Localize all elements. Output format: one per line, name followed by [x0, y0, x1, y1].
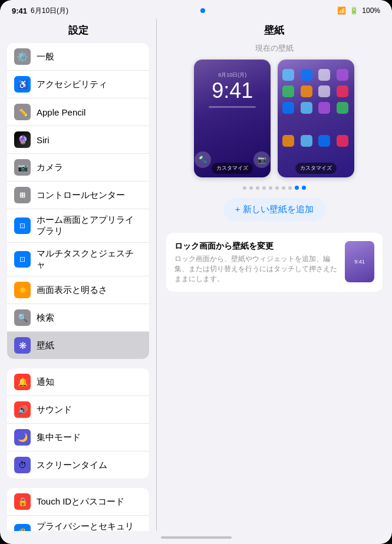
notifications-icon: 🔔 [14, 374, 31, 390]
sidebar-item-touch-id[interactable]: 🔒 Touch IDとパスコード [7, 488, 149, 516]
ipad-screen: 9:41 6月10日(月) 📶 🔋 100% 設定 ⚙️ 一般 ♿ [0, 0, 392, 544]
general-label: 一般 [37, 51, 142, 62]
app-grid-row3 [282, 102, 350, 114]
sidebar-title: 設定 [0, 19, 156, 43]
sidebar-item-search[interactable]: 🔍 検索 [7, 304, 149, 332]
main-layout: 設定 ⚙️ 一般 ♿ アクセシビリティ ✏️ Apple Pencil [0, 19, 392, 531]
sidebar-item-control-center[interactable]: ⊞ コントロールセンター [7, 182, 149, 209]
sidebar-item-accessibility[interactable]: ♿ アクセシビリティ [7, 71, 149, 98]
status-bar: 9:41 6月10日(月) 📶 🔋 100% [0, 0, 392, 19]
control-center-icon: ⊞ [14, 187, 31, 203]
app-icon-11 [318, 102, 330, 114]
camera-btn[interactable]: 📷 [253, 151, 270, 168]
wallpaper-icon: ❋ [14, 337, 31, 354]
general-icon: ⚙️ [14, 48, 31, 65]
right-panel: 壁紙 現在の壁紙 6月10日(月) 9:41 🔦 [157, 19, 393, 531]
settings-group-2: 🔔 通知 🔊 サウンド 🌙 集中モード ⏱ スクリーンタイム [7, 368, 149, 479]
status-icons: 📶 🔋 100% [337, 6, 380, 15]
search-label: 検索 [37, 312, 142, 324]
sidebar-item-notifications[interactable]: 🔔 通知 [7, 368, 149, 396]
dot-4 [269, 186, 272, 190]
accessibility-label: アクセシビリティ [37, 79, 142, 90]
sidebar-item-apple-pencil[interactable]: ✏️ Apple Pencil [7, 98, 149, 126]
siri-icon: 🔮 [14, 131, 31, 148]
focus-icon: 🌙 [14, 429, 31, 446]
sidebar-item-focus[interactable]: 🌙 集中モード [7, 424, 149, 451]
app-grid-row1 [282, 69, 350, 81]
app-icon-4 [337, 69, 348, 81]
info-title: ロック画面から壁紙を変更 [174, 241, 338, 252]
siri-label: Siri [37, 135, 142, 145]
notifications-label: 通知 [37, 377, 142, 388]
apple-pencil-icon: ✏️ [14, 104, 31, 120]
display-icon: ☀️ [14, 282, 31, 298]
home-screen-bg [278, 60, 354, 177]
dock-icon-3 [318, 135, 330, 147]
sidebar-item-wallpaper[interactable]: ❋ 壁紙 [7, 332, 149, 359]
camera-dot [200, 8, 205, 13]
privacy-icon: 🖐 [14, 524, 31, 531]
sidebar-item-screen-time[interactable]: ⏱ スクリーンタイム [7, 451, 149, 479]
dock-icon-4 [337, 135, 348, 147]
dot-6 [282, 186, 285, 190]
camera-settings-icon: 📷 [14, 159, 31, 176]
settings-group-3: 🔒 Touch IDとパスコード 🖐 プライバシーとセキュリティ [7, 488, 149, 531]
dot-0 [243, 186, 246, 190]
status-date: 6月10日(月) [31, 6, 68, 16]
touch-id-icon: 🔒 [14, 493, 31, 510]
home-bar [161, 536, 232, 539]
home-screen-icon: ⊡ [14, 217, 31, 234]
panel-title: 壁紙 [157, 19, 393, 43]
search-settings-icon: 🔍 [14, 309, 31, 326]
home-screen-label: ホーム画面とアプリライブラリ [37, 215, 142, 237]
panel-content[interactable]: 現在の壁紙 6月10日(月) 9:41 🔦 📷 [157, 43, 393, 531]
dot-3 [262, 186, 266, 190]
sidebar-item-multitask[interactable]: ⊡ マルチタスクとジェスチャ [7, 243, 149, 276]
sidebar-item-siri[interactable]: 🔮 Siri [7, 126, 149, 154]
info-description: ロック画面から、壁紙やウィジェットを追加、編集、または切り替えを行うにはタッチし… [174, 254, 338, 283]
current-wallpaper-label: 現在の壁紙 [166, 43, 383, 54]
sidebar-item-display[interactable]: ☀️ 画面表示と明るさ [7, 276, 149, 304]
sidebar-item-home-screen[interactable]: ⊡ ホーム画面とアプリライブラリ [7, 209, 149, 243]
info-thumbnail: 9:41 [345, 241, 374, 282]
camera-label: カメラ [37, 162, 142, 173]
dot-2 [256, 186, 259, 190]
battery-pct: 100% [362, 6, 380, 15]
lock-customize-btn[interactable]: カスタマイズ [212, 163, 253, 174]
lock-screen-bg: 6月10日(月) 9:41 🔦 📷 [194, 60, 271, 177]
status-time: 9:41 [12, 6, 27, 15]
sidebar-item-camera[interactable]: 📷 カメラ [7, 154, 149, 182]
sidebar-item-privacy[interactable]: 🖐 プライバシーとセキュリティ [7, 516, 149, 531]
dock-icon-2 [301, 135, 312, 147]
app-icon-2 [301, 69, 312, 81]
privacy-label: プライバシーとセキュリティ [37, 521, 142, 531]
flashlight-btn[interactable]: 🔦 [195, 151, 211, 168]
home-screen-preview[interactable]: カスタマイズ [278, 60, 354, 177]
battery-icon: 🔋 [350, 6, 358, 15]
dot-5 [275, 186, 279, 190]
app-icon-8 [337, 85, 348, 97]
sidebar-item-sounds[interactable]: 🔊 サウンド [7, 396, 149, 424]
dot-8 [295, 186, 299, 190]
control-center-label: コントロールセンター [37, 190, 142, 201]
screen-time-label: スクリーンタイム [37, 460, 142, 471]
home-customize-btn[interactable]: カスタマイズ [295, 163, 337, 174]
sidebar-item-general[interactable]: ⚙️ 一般 [7, 43, 149, 71]
lock-screen-preview[interactable]: 6月10日(月) 9:41 🔦 📷 カスタマイズ [194, 60, 271, 177]
focus-label: 集中モード [37, 432, 142, 443]
app-icon-12 [337, 102, 348, 114]
touch-id-label: Touch IDとパスコード [37, 496, 142, 507]
app-icon-5 [282, 85, 294, 97]
app-icon-3 [318, 69, 330, 81]
app-icon-10 [301, 102, 312, 114]
add-wallpaper-button[interactable]: + 新しい壁紙を追加 [223, 198, 325, 221]
app-icon-7 [318, 85, 330, 97]
info-box: ロック画面から壁紙を変更 ロック画面から、壁紙やウィジェットを追加、編集、または… [166, 233, 383, 292]
sidebar-scroll[interactable]: ⚙️ 一般 ♿ アクセシビリティ ✏️ Apple Pencil 🔮 Siri [0, 43, 156, 531]
sidebar: 設定 ⚙️ 一般 ♿ アクセシビリティ ✏️ Apple Pencil [0, 19, 156, 531]
app-icon-9 [282, 102, 294, 114]
dot-7 [288, 186, 292, 190]
multitask-label: マルチタスクとジェスチャ [37, 248, 142, 271]
home-indicator [0, 531, 392, 544]
settings-group-1: ⚙️ 一般 ♿ アクセシビリティ ✏️ Apple Pencil 🔮 Siri [7, 43, 149, 359]
